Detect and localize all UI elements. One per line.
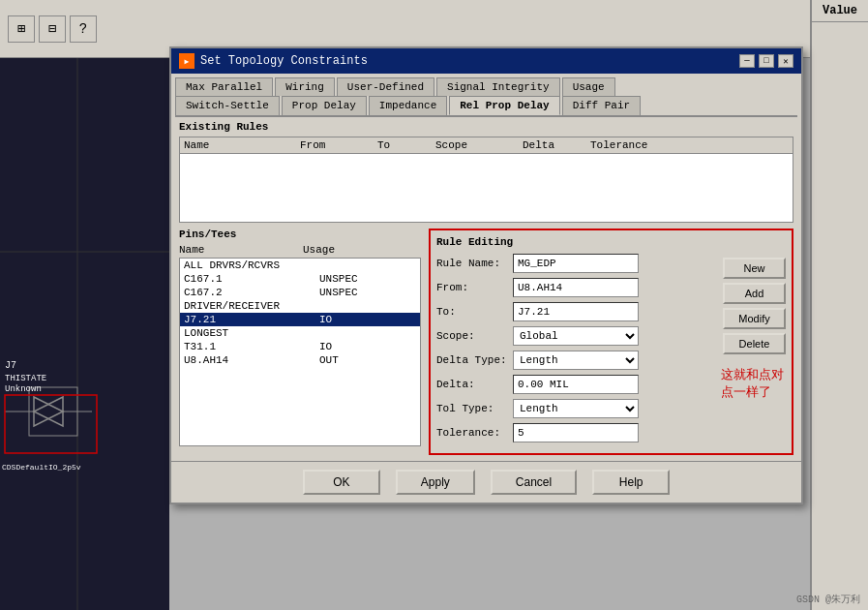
tab-wiring[interactable]: Wiring (275, 77, 335, 96)
tolerance-row: Tolerance: (436, 423, 786, 442)
pins-tees-panel: Pins/Tees Name Usage ALL DRVRS/RCVRS C16… (179, 229, 421, 455)
col-to: To (377, 139, 435, 151)
from-input[interactable] (513, 278, 639, 297)
annotation-line2: 点一样了 (721, 383, 784, 401)
svg-text:CDSDefaultIO_2p5v: CDSDefaultIO_2p5v (2, 463, 81, 472)
from-label: From: (436, 282, 509, 293)
help-button[interactable]: Help (592, 470, 670, 495)
close-button[interactable]: ✕ (778, 54, 793, 68)
pins-col-name: Name (179, 244, 295, 256)
toolbar-icon-grid[interactable]: ⊞ (8, 15, 35, 43)
pin-usage: IO (319, 341, 377, 352)
tabs-row-2: Switch-Settle Prop Delay Impedance Rel P… (175, 96, 797, 115)
pin-name: C167.2 (184, 287, 300, 298)
svg-text:THISTATE: THISTATE (5, 374, 46, 383)
pin-usage: UNSPEC (319, 273, 377, 285)
col-name: Name (184, 139, 300, 151)
chinese-annotation: 这就和点对 点一样了 (721, 366, 784, 401)
dialog-title-area: ▶ Set Topology Constraints (179, 53, 368, 69)
pins-list[interactable]: ALL DRVRS/RCVRS C167.1 UNSPEC C167.2 UNS… (179, 258, 421, 446)
tab-prop-delay[interactable]: Prop Delay (282, 96, 367, 115)
tab-rel-prop-delay[interactable]: Rel Prop Delay (449, 96, 559, 115)
tab-usage[interactable]: Usage (562, 77, 615, 96)
apply-button[interactable]: Apply (396, 470, 475, 495)
list-item-selected[interactable]: J7.21 IO (180, 313, 420, 326)
tolerance-label: Tolerance: (436, 427, 509, 439)
svg-rect-0 (0, 58, 169, 610)
modify-button[interactable]: Modify (723, 308, 786, 329)
right-panel-header: Value (812, 0, 868, 22)
existing-rules-label: Existing Rules (171, 117, 801, 137)
delta-label: Delta: (436, 379, 509, 390)
cancel-button[interactable]: Cancel (491, 470, 577, 495)
annotation-line1: 这就和点对 (721, 366, 784, 383)
right-panel: Value (810, 0, 868, 610)
tab-switch-settle[interactable]: Switch-Settle (175, 96, 280, 115)
dialog-footer: OK Apply Cancel Help (171, 461, 801, 503)
col-from: From (300, 139, 377, 151)
pin-usage: IO (319, 314, 377, 325)
bottom-area: Pins/Tees Name Usage ALL DRVRS/RCVRS C16… (171, 223, 801, 461)
col-delta: Delta (523, 139, 590, 151)
svg-text:Unknown: Unknown (5, 384, 42, 394)
maximize-button[interactable]: □ (759, 54, 774, 68)
tol-type-label: Tol Type: (436, 403, 509, 414)
dialog-controls: ─ □ ✕ (739, 54, 793, 68)
list-item[interactable]: T31.1 IO (180, 340, 420, 353)
pin-usage: UNSPEC (319, 287, 377, 298)
minimize-button[interactable]: ─ (739, 54, 755, 68)
toolbar-icon-layers[interactable]: ⊟ (39, 15, 66, 43)
tab-diff-pair[interactable]: Diff Pair (562, 96, 641, 115)
new-button[interactable]: New (723, 258, 786, 279)
tol-type-select[interactable]: Length Time (513, 399, 639, 418)
pin-name: DRIVER/RECEIVER (184, 300, 300, 312)
delta-type-select[interactable]: Length Time (513, 351, 639, 370)
rule-editing-title: Rule Editing (436, 236, 786, 248)
delta-input[interactable] (513, 375, 639, 394)
toolbar-icon-help[interactable]: ? (70, 15, 97, 43)
list-item[interactable]: DRIVER/RECEIVER (180, 299, 420, 313)
to-input[interactable] (513, 302, 639, 321)
dialog-titlebar: ▶ Set Topology Constraints ─ □ ✕ (171, 48, 801, 74)
list-item[interactable]: LONGEST (180, 326, 420, 340)
col-scope: Scope (435, 139, 523, 151)
left-sidebar: J7 THISTATE Unknown CDSDefaultIO_2p5v (0, 58, 169, 610)
pins-col-usage: Usage (303, 244, 335, 256)
pin-name: C167.1 (184, 273, 300, 285)
list-item[interactable]: C167.2 UNSPEC (180, 286, 420, 299)
dialog-icon: ▶ (179, 53, 195, 69)
tab-impedance[interactable]: Impedance (369, 96, 447, 115)
existing-rules-table: Name From To Scope Delta Tolerance (179, 137, 793, 223)
svg-text:J7: J7 (5, 360, 16, 371)
pins-columns-header: Name Usage (179, 244, 421, 256)
watermark: GSDN @朱万利 (796, 593, 860, 606)
pin-name: U8.AH14 (184, 354, 300, 366)
list-item[interactable]: ALL DRVRS/RCVRS (180, 259, 420, 272)
ok-button[interactable]: OK (303, 470, 380, 495)
pin-usage (319, 259, 377, 271)
rule-action-buttons: New Add Modify Delete (723, 258, 786, 354)
list-item[interactable]: U8.AH14 OUT (180, 353, 420, 367)
list-item[interactable]: C167.1 UNSPEC (180, 272, 420, 286)
pin-name: T31.1 (184, 341, 300, 352)
scope-label: Scope: (436, 330, 509, 342)
delta-type-label: Delta Type: (436, 354, 509, 366)
scope-select[interactable]: Global Local (513, 326, 639, 346)
rule-name-label: Rule Name: (436, 258, 509, 269)
pins-tees-title: Pins/Tees (179, 229, 421, 240)
pin-name: J7.21 (184, 314, 300, 325)
pin-name: ALL DRVRS/RCVRS (184, 259, 300, 271)
tab-user-defined[interactable]: User-Defined (337, 77, 434, 96)
add-button[interactable]: Add (723, 283, 786, 304)
pin-usage (319, 327, 377, 339)
to-label: To: (436, 306, 509, 318)
tab-max-parallel[interactable]: Max Parallel (175, 77, 273, 96)
rule-name-input[interactable] (513, 254, 639, 273)
tol-type-row: Tol Type: Length Time (436, 399, 786, 418)
pin-usage: OUT (319, 354, 377, 366)
delete-button[interactable]: Delete (723, 333, 786, 354)
tolerance-input[interactable] (513, 423, 639, 442)
tab-signal-integrity[interactable]: Signal Integrity (436, 77, 560, 96)
rules-header: Name From To Scope Delta Tolerance (180, 137, 793, 154)
dialog-title-text: Set Topology Constraints (200, 54, 368, 68)
